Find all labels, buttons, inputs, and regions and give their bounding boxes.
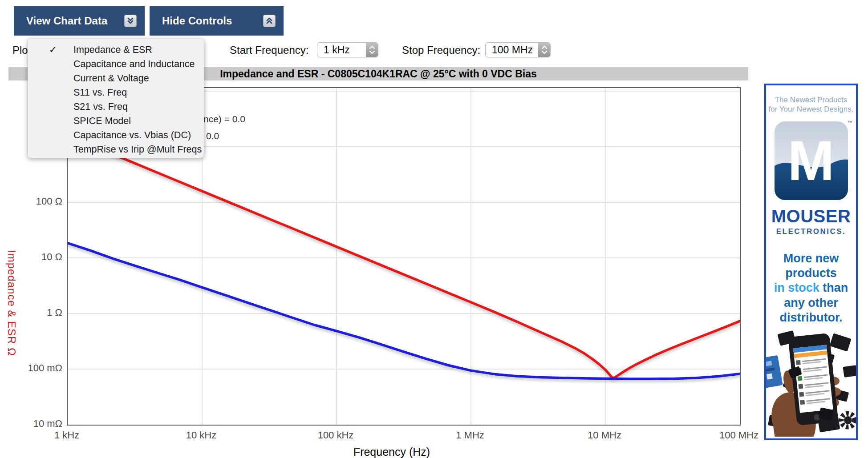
legend-annotation-2: 0.0: [206, 131, 219, 141]
hide-controls-button[interactable]: Hide Controls: [150, 6, 284, 36]
dropdown-item-label: S21 vs. Freq: [73, 101, 128, 112]
trademark-symbol: ™: [848, 120, 852, 125]
x-axis-title: Frequency (Hz): [353, 446, 430, 458]
y-tick-label: 10 mΩ: [0, 418, 62, 430]
dropdown-item-label: SPICE Model: [73, 116, 131, 126]
x-tick-label: 1 kHz: [54, 430, 79, 441]
mouser-ad-banner[interactable]: The Newest Products for Your Newest Desi…: [764, 84, 858, 440]
hide-controls-label: Hide Controls: [162, 15, 232, 27]
y-tick-label: 100 mΩ: [0, 362, 62, 374]
dropdown-item-s11-vs-freq[interactable]: S11 vs. Freq: [28, 85, 204, 100]
stepper-icon: [538, 43, 550, 57]
double-chevron-down-icon: [124, 15, 137, 27]
stepper-icon: [366, 43, 378, 57]
ad-brand-name: MOUSER: [766, 206, 856, 226]
mouser-logo: M ™: [775, 121, 848, 200]
view-chart-data-button[interactable]: View Chart Data: [14, 6, 145, 36]
ad-slogan-line: More new: [766, 251, 856, 266]
ad-slogan-highlight: in stock: [774, 281, 819, 294]
dropdown-item-spice-model[interactable]: SPICE Model: [28, 114, 204, 128]
dropdown-item-label: Capacitance and Inductance: [73, 59, 195, 69]
ad-slogan-line: products: [766, 266, 856, 281]
dropdown-item-current-voltage[interactable]: Current & Voltage: [28, 71, 204, 85]
dropdown-item-label: S11 vs. Freq: [73, 87, 127, 98]
stop-frequency-value: 100 MHz: [492, 44, 533, 56]
double-chevron-up-icon: [263, 15, 276, 27]
x-tick-label: 1 MHz: [456, 430, 484, 441]
dropdown-item-capacitance-and-inductance[interactable]: Capacitance and Inductance: [28, 57, 204, 71]
dropdown-item-label: Current & Voltage: [73, 73, 149, 84]
stop-frequency-label: Stop Frequency:: [402, 44, 480, 57]
stop-frequency-select[interactable]: 100 MHz: [485, 42, 551, 57]
legend-annotation-1: nce) = 0.0: [203, 114, 245, 125]
ksim-chart-page: View Chart Data Hide Controls Plot: Star…: [0, 0, 868, 458]
ad-photo-hand-phone: [766, 329, 856, 438]
dropdown-item-label: Impedance & ESR: [73, 44, 152, 55]
y-tick-label: 100 Ω: [0, 196, 62, 207]
dropdown-item-capacitance-vs-vbias-dc-[interactable]: Capacitance vs. Vbias (DC): [28, 128, 204, 142]
esr-curve: [68, 243, 740, 379]
start-frequency-value: 1 kHz: [324, 44, 350, 56]
start-frequency-label: Start Frequency:: [230, 44, 308, 57]
ad-slogan-line: in stock than: [766, 281, 856, 295]
dropdown-item-temprise-vs-irip-mult-freqs[interactable]: TempRise vs Irip @Mult Freqs: [28, 142, 204, 157]
ad-slogan: More newproductsin stock thanany otherdi…: [766, 251, 856, 325]
x-tick-label: 100 kHz: [318, 430, 354, 441]
dropdown-item-s21-vs-freq[interactable]: S21 vs. Freq: [28, 100, 204, 114]
ad-tagline-line2: for Your Newest Designs.: [766, 104, 856, 114]
ad-slogan-line: any other: [766, 296, 856, 310]
view-chart-data-label: View Chart Data: [26, 15, 107, 27]
ad-tagline: The Newest Products for Your Newest Desi…: [766, 95, 856, 114]
plot-type-options: ✓Impedance & ESRCapacitance and Inductan…: [28, 43, 204, 157]
y-axis-title: Impedance & ESR Ω: [5, 250, 18, 356]
dropdown-item-impedance-esr[interactable]: ✓Impedance & ESR: [28, 43, 204, 57]
x-tick-label: 100 MHz: [719, 430, 758, 441]
dropdown-item-label: TempRise vs Irip @Mult Freqs: [73, 144, 202, 155]
ad-tagline-line1: The Newest Products: [766, 95, 856, 104]
dropdown-item-label: Capacitance vs. Vbias (DC): [73, 130, 191, 141]
ad-brand-sub: ELECTRONICS.: [766, 227, 856, 236]
plot-type-dropdown-menu: ✓Impedance & ESRCapacitance and Inductan…: [28, 39, 204, 158]
impedance-curve: [68, 136, 740, 378]
svg-text:M: M: [787, 129, 834, 192]
chart-title: Impedance and ESR - C0805C104K1RAC @ 25°…: [220, 68, 537, 80]
x-tick-label: 10 kHz: [186, 430, 216, 441]
x-tick-label: 10 MHz: [588, 430, 621, 441]
start-frequency-select[interactable]: 1 kHz: [317, 42, 378, 57]
ad-slogan-line: distributor.: [766, 310, 856, 325]
checkmark-icon: ✓: [37, 43, 69, 57]
